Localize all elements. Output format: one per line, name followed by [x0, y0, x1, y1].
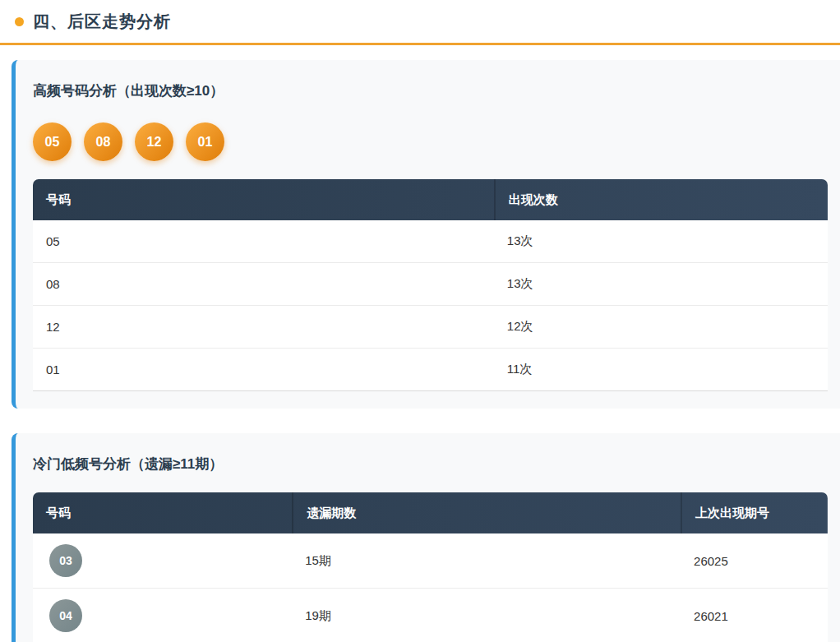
cell-number: 03	[33, 533, 292, 589]
section-underline	[0, 43, 840, 45]
high-freq-table: 号码 出现次数 05 13次 08 13次 12 12次 01 11次	[33, 179, 828, 391]
cell-number: 01	[33, 349, 494, 391]
cell-count: 12次	[494, 306, 828, 349]
cell-number: 12	[33, 306, 494, 349]
column-header-last-period: 上次出现期号	[681, 492, 828, 533]
cell-number: 04	[33, 589, 292, 642]
column-header-number: 号码	[33, 179, 494, 220]
column-header-missing: 遗漏期数	[292, 492, 681, 533]
cell-missing: 15期	[292, 533, 681, 589]
orange-bullet-icon	[15, 17, 24, 26]
section-header: 四、后区走势分析	[0, 0, 840, 43]
column-header-number: 号码	[33, 492, 292, 533]
table-row: 08 13次	[33, 263, 828, 306]
table-header-row: 号码 出现次数	[33, 179, 828, 220]
cell-count: 11次	[494, 349, 828, 391]
cell-missing: 19期	[292, 589, 681, 642]
table-row: 01 11次	[33, 349, 828, 391]
gray-number-badge: 04	[49, 599, 82, 632]
table-row: 03 15期 26025	[33, 533, 828, 589]
cold-low-freq-card: 冷门低频号分析（遗漏≥11期） 号码 遗漏期数 上次出现期号 03 15期 26…	[12, 433, 840, 642]
cell-last-period: 26025	[681, 533, 828, 589]
cell-number: 08	[33, 263, 494, 306]
number-badge: 05	[33, 122, 72, 161]
high-freq-card-title: 高频号码分析（出现次数≥10）	[33, 81, 828, 101]
high-freq-card: 高频号码分析（出现次数≥10） 05 08 12 01 号码 出现次数 05 1…	[12, 60, 840, 409]
table-row: 12 12次	[33, 306, 828, 349]
page-title: 四、后区走势分析	[33, 11, 171, 33]
cold-low-freq-table: 号码 遗漏期数 上次出现期号 03 15期 26025 04 19期 26021	[33, 492, 828, 642]
cell-number: 05	[33, 220, 494, 263]
table-header-row: 号码 遗漏期数 上次出现期号	[33, 492, 828, 533]
table-row: 05 13次	[33, 220, 828, 263]
gray-number-badge: 03	[49, 544, 82, 577]
number-badge: 01	[186, 122, 224, 161]
number-badge: 08	[84, 122, 122, 161]
number-badge: 12	[135, 122, 173, 161]
cell-last-period: 26021	[681, 589, 828, 642]
cell-count: 13次	[494, 263, 828, 306]
cold-low-freq-card-title: 冷门低频号分析（遗漏≥11期）	[33, 454, 828, 474]
table-row: 04 19期 26021	[33, 589, 828, 642]
cell-count: 13次	[494, 220, 828, 263]
column-header-count: 出现次数	[494, 179, 828, 220]
high-freq-badge-row: 05 08 12 01	[33, 122, 828, 161]
